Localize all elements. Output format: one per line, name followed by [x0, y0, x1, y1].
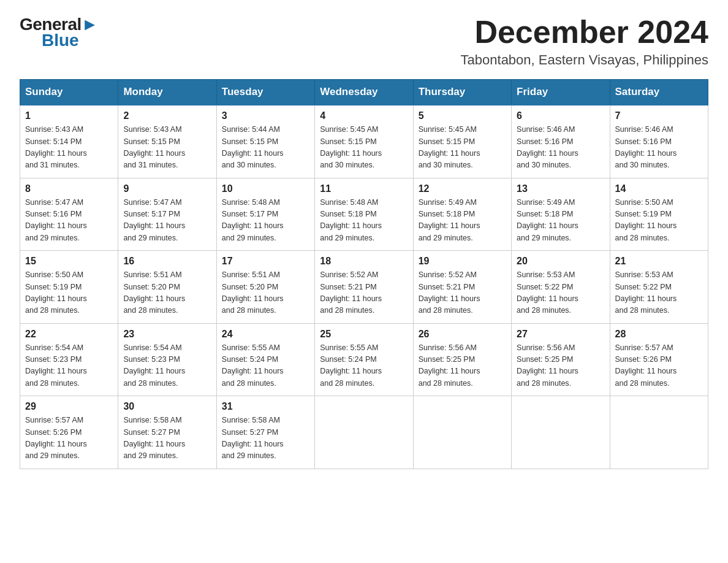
- day-number: 5: [419, 110, 506, 121]
- weekday-header-row: SundayMondayTuesdayWednesdayThursdayFrid…: [20, 80, 708, 105]
- logo-blue-text: Blue: [42, 31, 79, 50]
- day-number: 11: [320, 183, 408, 194]
- calendar-cell: [610, 396, 708, 469]
- day-number: 27: [517, 329, 604, 340]
- logo-triangle-icon: ►: [82, 15, 98, 34]
- day-info: Sunrise: 5:45 AMSunset: 5:15 PMDaylight:…: [419, 124, 506, 172]
- day-number: 25: [320, 329, 408, 340]
- day-info: Sunrise: 5:43 AMSunset: 5:15 PMDaylight:…: [123, 124, 211, 172]
- location-title: Tabontabon, Eastern Visayas, Philippines: [461, 52, 708, 68]
- day-number: 4: [320, 110, 408, 121]
- day-info: Sunrise: 5:56 AMSunset: 5:25 PMDaylight:…: [517, 342, 604, 390]
- day-number: 31: [222, 401, 309, 412]
- calendar-cell: 6Sunrise: 5:46 AMSunset: 5:16 PMDaylight…: [512, 105, 610, 178]
- calendar-cell: 18Sunrise: 5:52 AMSunset: 5:21 PMDayligh…: [315, 251, 413, 324]
- day-info: Sunrise: 5:46 AMSunset: 5:16 PMDaylight:…: [517, 124, 604, 172]
- day-info: Sunrise: 5:53 AMSunset: 5:22 PMDaylight:…: [517, 269, 604, 317]
- day-info: Sunrise: 5:54 AMSunset: 5:23 PMDaylight:…: [25, 342, 113, 390]
- calendar-cell: 22Sunrise: 5:54 AMSunset: 5:23 PMDayligh…: [20, 323, 118, 396]
- page-header: General► Blue December 2024 Tabontabon, …: [20, 15, 708, 68]
- day-number: 13: [517, 183, 604, 194]
- calendar-cell: 28Sunrise: 5:57 AMSunset: 5:26 PMDayligh…: [610, 323, 708, 396]
- day-number: 1: [25, 110, 113, 121]
- title-section: December 2024 Tabontabon, Eastern Visaya…: [461, 15, 708, 68]
- day-number: 14: [615, 183, 703, 194]
- weekday-header-tuesday: Tuesday: [216, 80, 314, 105]
- day-number: 9: [123, 183, 211, 194]
- calendar-cell: [315, 396, 413, 469]
- month-title: December 2024: [461, 15, 708, 50]
- day-info: Sunrise: 5:44 AMSunset: 5:15 PMDaylight:…: [222, 124, 309, 172]
- calendar-cell: 13Sunrise: 5:49 AMSunset: 5:18 PMDayligh…: [512, 178, 610, 251]
- calendar-cell: 10Sunrise: 5:48 AMSunset: 5:17 PMDayligh…: [216, 178, 314, 251]
- calendar-cell: 3Sunrise: 5:44 AMSunset: 5:15 PMDaylight…: [216, 105, 314, 178]
- day-number: 20: [517, 256, 604, 267]
- day-info: Sunrise: 5:56 AMSunset: 5:25 PMDaylight:…: [419, 342, 506, 390]
- calendar-cell: 14Sunrise: 5:50 AMSunset: 5:19 PMDayligh…: [610, 178, 708, 251]
- calendar-table: SundayMondayTuesdayWednesdayThursdayFrid…: [20, 79, 708, 469]
- weekday-header-wednesday: Wednesday: [315, 80, 413, 105]
- day-number: 17: [222, 256, 309, 267]
- day-number: 26: [419, 329, 506, 340]
- day-number: 29: [25, 401, 113, 412]
- calendar-cell: 26Sunrise: 5:56 AMSunset: 5:25 PMDayligh…: [413, 323, 511, 396]
- calendar-cell: 24Sunrise: 5:55 AMSunset: 5:24 PMDayligh…: [216, 323, 314, 396]
- day-info: Sunrise: 5:57 AMSunset: 5:26 PMDaylight:…: [615, 342, 703, 390]
- calendar-cell: 5Sunrise: 5:45 AMSunset: 5:15 PMDaylight…: [413, 105, 511, 178]
- day-info: Sunrise: 5:55 AMSunset: 5:24 PMDaylight:…: [320, 342, 408, 390]
- day-info: Sunrise: 5:58 AMSunset: 5:27 PMDaylight:…: [123, 415, 211, 462]
- calendar-week-row: 22Sunrise: 5:54 AMSunset: 5:23 PMDayligh…: [20, 323, 708, 396]
- calendar-week-row: 8Sunrise: 5:47 AMSunset: 5:16 PMDaylight…: [20, 178, 708, 251]
- day-number: 30: [123, 401, 211, 412]
- day-number: 15: [25, 256, 113, 267]
- day-number: 22: [25, 329, 113, 340]
- calendar-cell: 11Sunrise: 5:48 AMSunset: 5:18 PMDayligh…: [315, 178, 413, 251]
- calendar-cell: 2Sunrise: 5:43 AMSunset: 5:15 PMDaylight…: [118, 105, 216, 178]
- calendar-cell: 9Sunrise: 5:47 AMSunset: 5:17 PMDaylight…: [118, 178, 216, 251]
- calendar-cell: 20Sunrise: 5:53 AMSunset: 5:22 PMDayligh…: [512, 251, 610, 324]
- logo: General► Blue: [20, 15, 98, 50]
- weekday-header-friday: Friday: [512, 80, 610, 105]
- day-number: 18: [320, 256, 408, 267]
- day-number: 3: [222, 110, 309, 121]
- day-number: 2: [123, 110, 211, 121]
- day-info: Sunrise: 5:54 AMSunset: 5:23 PMDaylight:…: [123, 342, 211, 390]
- calendar-cell: 21Sunrise: 5:53 AMSunset: 5:22 PMDayligh…: [610, 251, 708, 324]
- calendar-cell: 8Sunrise: 5:47 AMSunset: 5:16 PMDaylight…: [20, 178, 118, 251]
- day-info: Sunrise: 5:58 AMSunset: 5:27 PMDaylight:…: [222, 415, 309, 462]
- day-info: Sunrise: 5:43 AMSunset: 5:14 PMDaylight:…: [25, 124, 113, 172]
- calendar-cell: 19Sunrise: 5:52 AMSunset: 5:21 PMDayligh…: [413, 251, 511, 324]
- weekday-header-thursday: Thursday: [413, 80, 511, 105]
- calendar-cell: 27Sunrise: 5:56 AMSunset: 5:25 PMDayligh…: [512, 323, 610, 396]
- day-info: Sunrise: 5:45 AMSunset: 5:15 PMDaylight:…: [320, 124, 408, 172]
- day-number: 7: [615, 110, 703, 121]
- day-info: Sunrise: 5:49 AMSunset: 5:18 PMDaylight:…: [419, 197, 506, 245]
- calendar-week-row: 1Sunrise: 5:43 AMSunset: 5:14 PMDaylight…: [20, 105, 708, 178]
- day-info: Sunrise: 5:53 AMSunset: 5:22 PMDaylight:…: [615, 269, 703, 317]
- day-info: Sunrise: 5:55 AMSunset: 5:24 PMDaylight:…: [222, 342, 309, 390]
- day-info: Sunrise: 5:48 AMSunset: 5:17 PMDaylight:…: [222, 197, 309, 245]
- day-info: Sunrise: 5:47 AMSunset: 5:16 PMDaylight:…: [25, 197, 113, 245]
- calendar-cell: 4Sunrise: 5:45 AMSunset: 5:15 PMDaylight…: [315, 105, 413, 178]
- day-number: 21: [615, 256, 703, 267]
- calendar-week-row: 29Sunrise: 5:57 AMSunset: 5:26 PMDayligh…: [20, 396, 708, 469]
- calendar-cell: 1Sunrise: 5:43 AMSunset: 5:14 PMDaylight…: [20, 105, 118, 178]
- day-info: Sunrise: 5:57 AMSunset: 5:26 PMDaylight:…: [25, 415, 113, 462]
- calendar-cell: 15Sunrise: 5:50 AMSunset: 5:19 PMDayligh…: [20, 251, 118, 324]
- calendar-cell: 23Sunrise: 5:54 AMSunset: 5:23 PMDayligh…: [118, 323, 216, 396]
- day-info: Sunrise: 5:49 AMSunset: 5:18 PMDaylight:…: [517, 197, 604, 245]
- weekday-header-sunday: Sunday: [20, 80, 118, 105]
- day-info: Sunrise: 5:50 AMSunset: 5:19 PMDaylight:…: [615, 197, 703, 245]
- day-number: 6: [517, 110, 604, 121]
- day-number: 24: [222, 329, 309, 340]
- calendar-cell: 7Sunrise: 5:46 AMSunset: 5:16 PMDaylight…: [610, 105, 708, 178]
- calendar-cell: [512, 396, 610, 469]
- calendar-cell: 31Sunrise: 5:58 AMSunset: 5:27 PMDayligh…: [216, 396, 314, 469]
- day-number: 28: [615, 329, 703, 340]
- calendar-cell: 12Sunrise: 5:49 AMSunset: 5:18 PMDayligh…: [413, 178, 511, 251]
- weekday-header-monday: Monday: [118, 80, 216, 105]
- calendar-cell: 17Sunrise: 5:51 AMSunset: 5:20 PMDayligh…: [216, 251, 314, 324]
- day-info: Sunrise: 5:51 AMSunset: 5:20 PMDaylight:…: [222, 269, 309, 317]
- calendar-cell: 30Sunrise: 5:58 AMSunset: 5:27 PMDayligh…: [118, 396, 216, 469]
- day-info: Sunrise: 5:51 AMSunset: 5:20 PMDaylight:…: [123, 269, 211, 317]
